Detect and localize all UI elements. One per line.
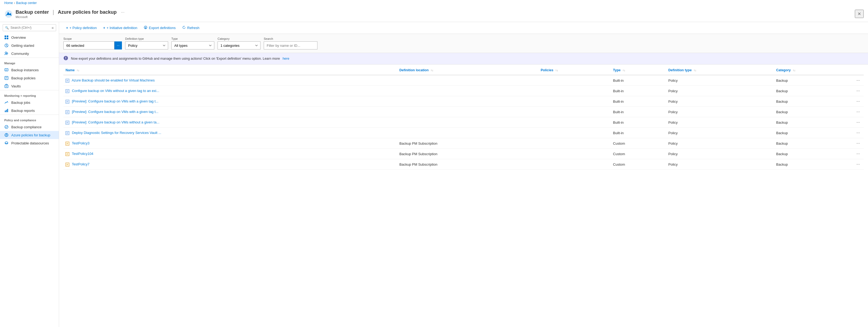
svg-rect-15	[5, 111, 6, 112]
sidebar-top-section: Overview Getting started Community	[0, 33, 59, 58]
refresh-button[interactable]: Refresh	[179, 24, 202, 31]
row-more-button[interactable]: ···	[855, 119, 862, 125]
sidebar-item-backup-policies[interactable]: Backup policies	[0, 74, 59, 82]
cell-more: ···	[853, 107, 864, 117]
search-icon: 🔍	[5, 26, 9, 30]
initiative-definition-button[interactable]: + + Initiative definition	[100, 25, 140, 31]
policy-type-icon: P	[65, 121, 69, 125]
cell-definition-location	[397, 107, 538, 117]
sidebar-item-vaults[interactable]: Vaults	[0, 82, 59, 90]
cell-definition-location	[397, 117, 538, 128]
sidebar-item-overview-label: Overview	[11, 35, 26, 39]
sidebar-item-community[interactable]: Community	[0, 50, 59, 58]
cell-policies	[538, 96, 611, 107]
th-type[interactable]: Type ↑↓	[611, 65, 666, 75]
azure-policies-icon	[4, 133, 9, 137]
cell-type: Built-in	[611, 128, 666, 138]
policy-name-link[interactable]: [Preview]: Configure backup on VMs with …	[72, 99, 158, 103]
policy-name-link[interactable]: [Preview]: Configure backup on VMs with …	[72, 110, 158, 114]
sidebar-item-backup-reports[interactable]: Backup reports	[0, 107, 59, 114]
type-label: Type	[172, 37, 214, 40]
policy-name-link[interactable]: Azure Backup should be enabled for Virtu…	[72, 78, 155, 82]
sidebar-item-azure-policies[interactable]: Azure policies for backup	[0, 131, 59, 139]
more-options-icon[interactable]: ···	[121, 10, 124, 15]
th-name[interactable]: Name ↑↓	[63, 65, 397, 75]
th-name-label: Name	[65, 68, 75, 72]
policy-name-link[interactable]: Deploy Diagnostic Settings for Recovery …	[72, 131, 161, 135]
cell-definition-type: Policy	[666, 117, 774, 128]
svg-rect-16	[6, 110, 7, 112]
cell-name: P Azure Backup should be enabled for Vir…	[63, 75, 397, 86]
sidebar-item-backup-compliance[interactable]: Backup compliance	[0, 123, 59, 131]
row-more-button[interactable]: ···	[855, 99, 862, 104]
banner-icon	[63, 56, 68, 61]
row-more-button[interactable]: ···	[855, 151, 862, 157]
banner-link[interactable]: here	[282, 57, 289, 60]
cell-name: P [Preview]: Configure backup on VMs wit…	[63, 117, 397, 128]
export-definitions-button[interactable]: Export definitions	[141, 24, 178, 31]
initiative-definition-label: + Initiative definition	[106, 26, 137, 30]
policy-name-link[interactable]: Configure backup on VMs without a given …	[72, 89, 159, 93]
export-banner: Now export your definitions and assignme…	[59, 53, 868, 64]
policy-name-link[interactable]: TestPolicy3	[72, 141, 89, 145]
sidebar-item-vaults-label: Vaults	[11, 84, 21, 88]
svg-point-14	[6, 86, 7, 87]
search-input[interactable]	[264, 42, 317, 50]
cell-type: Custom	[611, 149, 666, 159]
toolbar: + + Policy definition + + Initiative def…	[59, 22, 868, 34]
sidebar-item-backup-instances[interactable]: Backup instances	[0, 66, 59, 74]
definition-type-select[interactable]: Policy	[125, 42, 168, 50]
cell-definition-type: Policy	[666, 159, 774, 170]
th-category[interactable]: Category ↑↓	[774, 65, 853, 75]
sidebar-item-backup-jobs[interactable]: Backup jobs	[0, 99, 59, 107]
svg-point-22	[5, 142, 8, 143]
th-policies[interactable]: Policies ↑↓	[538, 65, 611, 75]
th-definition-type[interactable]: Definition type ↑↓	[666, 65, 774, 75]
cell-name: P [Preview]: Configure backup on VMs wit…	[63, 96, 397, 107]
policy-name-link[interactable]: TestPolicy104	[72, 152, 93, 156]
search-input[interactable]	[10, 26, 50, 30]
category-select[interactable]: 1 categories	[218, 42, 260, 50]
row-more-button[interactable]: ···	[855, 140, 862, 146]
close-button[interactable]: ✕	[855, 10, 864, 18]
cell-more: ···	[853, 96, 864, 107]
policy-name-link[interactable]: [Preview]: Configure backup on VMs witho…	[72, 120, 159, 124]
row-more-button[interactable]: ···	[855, 78, 862, 83]
sidebar-monitoring-section: Backup jobs Backup reports	[0, 99, 59, 114]
scope-input[interactable]	[63, 42, 115, 50]
scope-input-row: ···	[63, 42, 122, 50]
policy-definition-button[interactable]: + + Policy definition	[63, 25, 99, 31]
backup-policies-icon	[4, 76, 9, 80]
cell-definition-type: Policy	[666, 75, 774, 86]
cell-more: ···	[853, 159, 864, 170]
policy-type-icon: P	[65, 152, 69, 156]
th-definition-location[interactable]: Definition location ↑↓	[397, 65, 538, 75]
cell-type: Custom	[611, 138, 666, 149]
th-definition-type-label: Definition type	[669, 68, 692, 72]
title-bar: Backup center | Azure policies for backu…	[0, 6, 868, 22]
policy-name-link[interactable]: TestPolicy7	[72, 162, 89, 166]
breadcrumb-home[interactable]: Home	[4, 1, 13, 5]
cell-name: P Configure backup on VMs without a give…	[63, 86, 397, 96]
th-actions	[853, 65, 864, 75]
policies-table: Name ↑↓ Definition location ↑↓ Policies …	[63, 65, 864, 170]
cell-definition-location	[397, 75, 538, 86]
type-select[interactable]: All types	[172, 42, 214, 50]
initiative-definition-plus-icon: +	[103, 26, 105, 30]
search-box[interactable]: 🔍 «	[3, 24, 56, 31]
category-filter: Category 1 categories	[218, 37, 260, 50]
sidebar-item-protectable-datasources[interactable]: Protectable datasources	[0, 139, 59, 147]
collapse-sidebar-button[interactable]: «	[52, 26, 54, 30]
cell-category: Backup	[774, 107, 853, 117]
export-icon	[144, 26, 148, 30]
row-more-button[interactable]: ···	[855, 161, 862, 167]
row-more-button[interactable]: ···	[855, 88, 862, 94]
sidebar-item-getting-started[interactable]: Getting started	[0, 42, 59, 50]
row-more-button[interactable]: ···	[855, 109, 862, 115]
sidebar-item-overview[interactable]: Overview	[0, 33, 59, 42]
row-more-button[interactable]: ···	[855, 130, 862, 136]
filters-bar: Scope ··· Definition type Policy Type Al	[59, 34, 868, 53]
svg-point-21	[6, 136, 7, 136]
svg-rect-13	[5, 85, 8, 88]
scope-more-button[interactable]: ···	[115, 42, 122, 50]
